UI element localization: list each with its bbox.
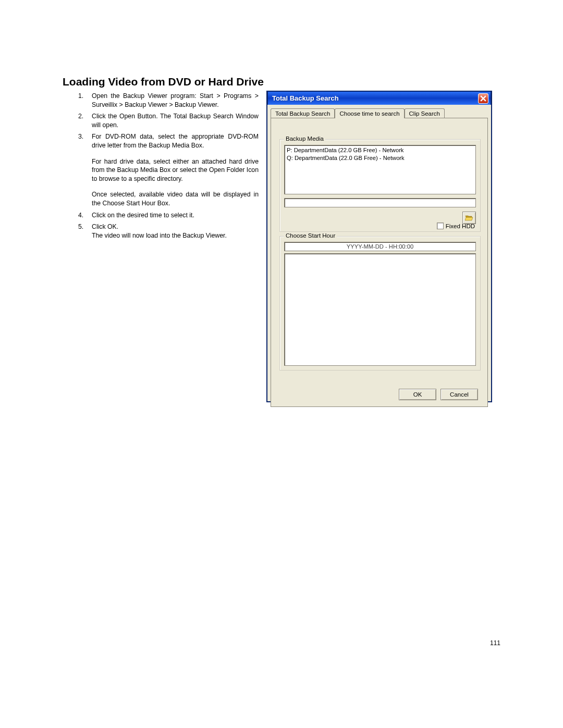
tab-choose-time[interactable]: Choose time to search: [335, 108, 404, 118]
media-item[interactable]: P: DepartmentData (22.0 GB Free) - Netwo…: [287, 146, 473, 154]
page-number: 111: [490, 639, 500, 647]
step-text: Click the Open Button. The Total Backup …: [92, 113, 259, 129]
hour-listbox[interactable]: [284, 253, 476, 366]
folder-open-icon: [465, 214, 473, 221]
step-2: Click the Open Button. The Total Backup …: [77, 112, 259, 129]
dialog-buttons: OK Cancel: [399, 389, 478, 400]
step-4: Click on the desired time to select it.: [77, 211, 259, 220]
hour-format-label: YYYY-MM-DD - HH:00:00: [284, 242, 476, 251]
section-heading: Loading Video from DVD or Hard Drive: [63, 76, 264, 88]
step-text: Once selected, available video data will…: [92, 190, 259, 207]
tab-clip-search[interactable]: Clip Search: [405, 108, 445, 118]
media-path-input[interactable]: [284, 198, 476, 207]
close-icon: [480, 95, 486, 102]
step-text: Click OK.: [92, 223, 118, 230]
tab-panel: Backup Media P: DepartmentData (22.0 GB …: [271, 118, 488, 407]
tab-strip: Total Backup Search Choose time to searc…: [271, 108, 488, 118]
step-text: The video will now load into the Backup …: [92, 232, 227, 239]
step-text: Open the Backup Viewer program: Start > …: [92, 92, 259, 108]
fixed-hdd-option[interactable]: Fixed HDD: [437, 223, 475, 229]
window-title: Total Backup Search: [272, 94, 478, 102]
fixed-hdd-label: Fixed HDD: [446, 223, 475, 229]
total-backup-search-dialog: Total Backup Search Total Backup Search …: [267, 91, 492, 402]
step-text: For hard drive data, select either an at…: [92, 157, 259, 183]
step-5: Click OK. The video will now load into t…: [77, 223, 259, 240]
cancel-button[interactable]: Cancel: [440, 389, 478, 400]
step-text: For DVD-ROM data, select the appropriate…: [92, 133, 259, 149]
step-1: Open the Backup Viewer program: Start > …: [77, 92, 259, 109]
backup-media-legend: Backup Media: [284, 135, 325, 142]
ok-button[interactable]: OK: [399, 389, 436, 400]
checkbox-icon[interactable]: [437, 223, 444, 229]
choose-start-hour-group: Choose Start Hour YYYY-MM-DD - HH:00:00: [279, 236, 481, 371]
close-button[interactable]: [478, 93, 488, 104]
instruction-list: Open the Backup Viewer program: Start > …: [77, 92, 259, 243]
backup-media-group: Backup Media P: DepartmentData (22.0 GB …: [279, 139, 481, 232]
step-text: Click on the desired time to select it.: [92, 212, 194, 219]
media-item[interactable]: Q: DepartmentData (22.0 GB Free) - Netwo…: [287, 154, 473, 162]
step-3: For DVD-ROM data, select the appropriate…: [77, 132, 259, 207]
tab-total-backup-search[interactable]: Total Backup Search: [271, 108, 335, 118]
backup-media-list[interactable]: P: DepartmentData (22.0 GB Free) - Netwo…: [284, 145, 476, 194]
choose-hour-legend: Choose Start Hour: [284, 232, 337, 239]
titlebar: Total Backup Search: [267, 91, 491, 105]
